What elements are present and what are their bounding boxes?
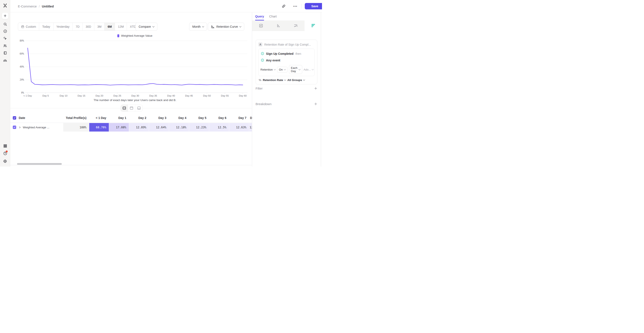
tab-query[interactable]: Query xyxy=(255,12,264,21)
cell-day7[interactable]: 12.63% xyxy=(236,126,246,129)
cell-day2[interactable]: 12.89% xyxy=(136,126,146,129)
users-nav-button[interactable] xyxy=(2,42,8,49)
notebook-icon xyxy=(4,51,7,55)
app-window: E-Commerce / Untitled ••• Save Custom To… xyxy=(0,0,322,167)
col-header-day8-clipped[interactable]: D xyxy=(249,113,252,123)
flow-icon xyxy=(294,24,298,28)
cell-day1[interactable]: 17.08% xyxy=(116,126,126,129)
retention-type-label: Retention xyxy=(260,68,273,71)
horizontal-scrollbar[interactable] xyxy=(17,163,62,165)
chart-type-dropdown[interactable]: Retention Curve xyxy=(208,23,244,31)
cursor-click-icon xyxy=(4,37,7,40)
expand-row-chevron-icon[interactable] xyxy=(19,126,21,129)
svg-text:60%: 60% xyxy=(20,52,24,55)
apps-nav-button[interactable] xyxy=(2,142,8,149)
col-header-day4[interactable]: Day 4 xyxy=(169,113,189,123)
boards-nav-button[interactable] xyxy=(2,50,8,56)
add-breakdown-button[interactable] xyxy=(314,102,317,106)
report-type-insights[interactable] xyxy=(252,21,270,31)
search-nav-button[interactable] xyxy=(2,21,8,28)
each-day-label: Each Day xyxy=(291,66,298,73)
event-hexagon-icon xyxy=(261,58,264,62)
chart-legend[interactable]: Weighted Average Value xyxy=(18,34,252,37)
layout-split-button[interactable] xyxy=(121,105,128,112)
copy-link-button[interactable] xyxy=(281,3,287,9)
events-nav-button[interactable] xyxy=(2,35,8,42)
each-day-dropdown[interactable]: Each Day xyxy=(289,65,302,74)
settings-button[interactable] xyxy=(2,158,8,165)
cell-day6[interactable]: 12.5% xyxy=(218,126,226,129)
groups-dropdown[interactable]: All Groups xyxy=(287,79,305,82)
explore-nav-button[interactable] xyxy=(2,28,8,35)
panel-scrollbar-track[interactable] xyxy=(320,12,322,167)
chevron-down-icon xyxy=(152,25,154,27)
svg-text:Day 60: Day 60 xyxy=(239,94,246,97)
chevron-down-icon xyxy=(274,68,276,70)
range-custom[interactable]: Custom xyxy=(18,23,39,31)
breadcrumb-separator: / xyxy=(39,5,40,8)
layout-table-only-button[interactable] xyxy=(135,105,142,112)
create-new-button[interactable] xyxy=(2,12,8,19)
report-type-retention[interactable] xyxy=(304,21,322,31)
retention-chart-svg: 0%20%40%60%80%< 1 DayDay 5Day 10Day 15Da… xyxy=(18,39,252,103)
cell-lt1day[interactable]: 68.76% xyxy=(96,126,106,129)
retention-chart[interactable]: 0%20%40%60%80%< 1 DayDay 5Day 10Day 15Da… xyxy=(18,39,252,103)
cohorts-nav-button[interactable] xyxy=(2,57,8,64)
col-header-day1[interactable]: Day 1 xyxy=(109,113,129,123)
col-header-day3[interactable]: Day 3 xyxy=(149,113,169,123)
cell-total[interactable]: 100% xyxy=(80,126,86,129)
col-header-date[interactable]: Date xyxy=(19,113,63,123)
mixpanel-logo-icon[interactable] xyxy=(2,3,8,8)
range-6m[interactable]: 6M xyxy=(104,23,115,31)
breakdown-label: Breakdown xyxy=(256,102,272,106)
svg-text:20%: 20% xyxy=(20,78,24,81)
range-12m[interactable]: 12M xyxy=(115,23,127,31)
range-7d[interactable]: 7D xyxy=(72,23,83,31)
range-yesterday[interactable]: Yesterday xyxy=(54,23,73,31)
col-header-day6[interactable]: Day 6 xyxy=(209,113,229,123)
apps-grid-icon xyxy=(4,144,7,148)
breadcrumb-parent[interactable]: E-Commerce xyxy=(18,5,37,8)
tab-chart[interactable]: Chart xyxy=(269,12,277,21)
retention-type-dropdown[interactable]: Retention xyxy=(260,68,276,71)
event-b-row[interactable]: Any event xyxy=(260,58,312,63)
save-button[interactable]: Save xyxy=(305,3,322,9)
layout-chart-only-button[interactable] xyxy=(128,105,135,112)
search-icon xyxy=(4,22,7,26)
panel-tabs: Query Chart xyxy=(252,12,322,21)
range-3m[interactable]: 3M xyxy=(94,23,104,31)
range-30d[interactable]: 30D xyxy=(83,23,94,31)
advanced-dropdown[interactable]: Adv... xyxy=(304,68,314,71)
top-header: E-Commerce / Untitled ••• Save xyxy=(10,0,322,12)
cell-day3[interactable]: 12.64% xyxy=(156,126,166,129)
granularity-dropdown[interactable]: Month xyxy=(189,23,207,31)
col-header-day5[interactable]: Day 5 xyxy=(189,113,209,123)
col-header-lt1day[interactable]: < 1 Day xyxy=(89,113,109,123)
group-icon xyxy=(3,59,7,63)
advanced-label: Adv... xyxy=(304,68,311,71)
event-a-row[interactable]: Sign Up Completed then xyxy=(260,51,312,56)
step-title[interactable]: Retention Rate of Sign Up Compl... xyxy=(264,43,311,46)
row-label[interactable]: Weighted Average ... xyxy=(23,126,50,129)
select-all-checkbox[interactable] xyxy=(13,116,16,120)
more-menu-button[interactable]: ••• xyxy=(292,3,298,9)
row-checkbox[interactable] xyxy=(13,126,16,129)
cell-day5[interactable]: 12.23% xyxy=(196,126,206,129)
svg-text:40%: 40% xyxy=(20,65,24,68)
header-divider xyxy=(302,4,302,9)
help-button[interactable] xyxy=(2,150,8,157)
range-today[interactable]: Today xyxy=(39,23,53,31)
col-header-day7[interactable]: Day 7 xyxy=(229,113,249,123)
compare-button[interactable]: Compare xyxy=(136,23,158,31)
measure-dropdown[interactable]: Retention Rate xyxy=(263,79,286,82)
col-header-total[interactable]: Total Profile(s) xyxy=(63,113,89,123)
breadcrumb-current[interactable]: Untitled xyxy=(42,5,54,8)
report-type-funnels[interactable] xyxy=(270,21,287,31)
add-filter-button[interactable] xyxy=(314,87,317,90)
cell-day4[interactable]: 12.18% xyxy=(176,126,186,129)
report-type-flows[interactable] xyxy=(287,21,304,31)
on-dropdown[interactable]: On xyxy=(277,67,288,73)
cell-day8-clipped[interactable]: 12. xyxy=(250,126,252,129)
chevron-down-icon xyxy=(298,68,300,70)
col-header-day2[interactable]: Day 2 xyxy=(129,113,149,123)
